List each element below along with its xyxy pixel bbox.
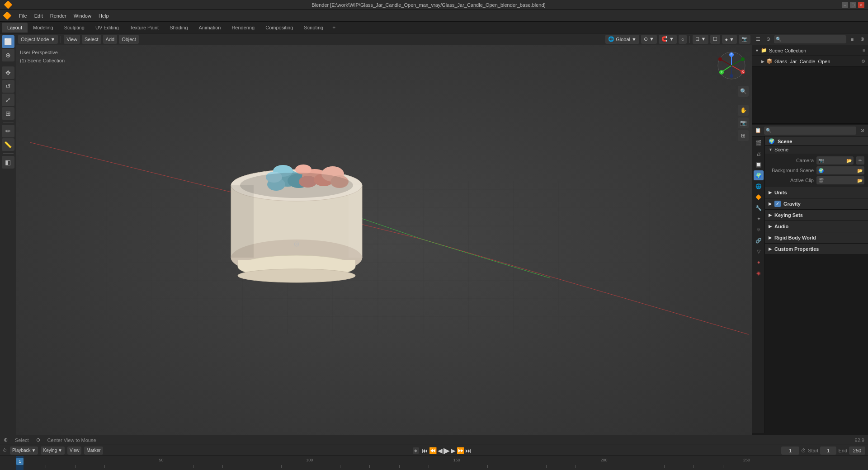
tab-animation[interactable]: Animation [193, 23, 226, 33]
camera-viewport-button[interactable]: 📷 [738, 118, 749, 128]
measure-tool-button[interactable]: 📏 [2, 138, 14, 151]
physics-props-icon[interactable]: ⚛ [754, 225, 764, 235]
current-frame-marker[interactable]: 1 [16, 458, 24, 465]
bg-scene-browse-icon[interactable]: 📂 [857, 168, 863, 173]
move-tool-button[interactable]: ✥ [2, 66, 14, 79]
gravity-checkbox[interactable]: ✓ [774, 201, 781, 207]
add-menu[interactable]: Add [103, 35, 118, 44]
tab-shading[interactable]: Shading [164, 23, 193, 33]
object-menu[interactable]: Object [119, 35, 139, 44]
outliner-search-box[interactable]: 🔍 [774, 35, 846, 43]
timeline-icon[interactable]: ⏱ [3, 448, 7, 453]
pivot-selector[interactable]: ⊙ ▼ [641, 35, 657, 44]
tab-sculpting[interactable]: Sculpting [59, 23, 90, 33]
gravity-section-header[interactable]: ▶ ✓ Gravity [765, 198, 868, 209]
active-clip-value[interactable]: 🎬 📂 [816, 176, 864, 184]
playback-menu[interactable]: Playback ▼ [10, 446, 38, 455]
start-frame-input[interactable]: 1 [820, 446, 836, 455]
select-tool-button[interactable]: ⬜ [2, 35, 14, 48]
world-props-icon[interactable]: 🌐 [754, 181, 764, 191]
output-props-icon[interactable]: 🖨 [754, 149, 764, 159]
viewport-overlays[interactable]: ⊟ ▼ [693, 35, 708, 44]
end-frame-input[interactable]: 250 [849, 446, 865, 455]
proportional-edit[interactable]: ○ [679, 35, 687, 44]
keying-menu[interactable]: Keying ▼ [41, 446, 64, 455]
close-button[interactable]: × [858, 2, 864, 8]
tab-add-button[interactable]: + [329, 23, 339, 33]
units-section-header[interactable]: ▶ Units [765, 187, 868, 198]
select-menu[interactable]: Select [82, 35, 101, 44]
add-cube-tool-button[interactable]: ◧ [2, 156, 14, 169]
bg-scene-value[interactable]: 🌍 📂 [816, 166, 864, 174]
camera-view[interactable]: 📷 [739, 35, 750, 44]
render-props-icon[interactable]: 🎬 [754, 138, 764, 148]
snap-toggle[interactable]: 🧲 ▼ [659, 35, 677, 44]
active-clip-browse-icon[interactable]: 📂 [857, 178, 863, 183]
modifier-props-icon[interactable]: 🔧 [754, 203, 764, 213]
scene-props-icon[interactable]: 🌍 [754, 170, 764, 180]
tab-scripting[interactable]: Scripting [298, 23, 329, 33]
shader-props-icon[interactable]: ◉ [754, 268, 764, 278]
object-props-icon[interactable]: 🔶 [754, 192, 764, 202]
rotate-tool-button[interactable]: ↺ [2, 80, 14, 93]
hand-tool-button[interactable]: ✋ [738, 105, 749, 116]
minimize-button[interactable]: – [842, 2, 848, 8]
props-pin-icon[interactable]: ⊙ [858, 127, 866, 135]
props-view-icon[interactable]: 📋 [754, 127, 762, 135]
mode-selector[interactable]: Object Mode ▼ [18, 35, 58, 44]
custom-properties-section-header[interactable]: ▶ Custom Properties [765, 244, 868, 254]
outliner-extra-icon[interactable]: ⊕ [858, 35, 866, 43]
camera-new-icon[interactable]: ✏ [856, 156, 864, 164]
menu-file[interactable]: File [15, 12, 31, 19]
tab-layout[interactable]: Layout [2, 23, 28, 33]
camera-prop-value[interactable]: 📷 📂 [816, 156, 854, 164]
tab-texture-paint[interactable]: Texture Paint [124, 23, 164, 33]
menu-render[interactable]: Render [47, 12, 70, 19]
menu-window[interactable]: Window [70, 12, 95, 19]
viewport-gizmo-area[interactable]: Z X Y [715, 49, 749, 83]
ortho-viewport-button[interactable]: ⊞ [738, 130, 749, 141]
constraints-props-icon[interactable]: 🔗 [754, 235, 764, 245]
timeline-view-menu[interactable]: View [67, 446, 82, 455]
current-frame-input[interactable]: 1 [781, 446, 799, 455]
tab-compositing[interactable]: Compositing [260, 23, 298, 33]
view-menu[interactable]: View [64, 35, 80, 44]
viewport-3d[interactable]: User Perspective (1) Scene Collection Z … [16, 45, 752, 444]
outliner-item-glass-jar[interactable]: ▶ 📦 Glass_Jar_Candle_Open ⚙ [752, 56, 868, 67]
xray-toggle[interactable]: ☐ [710, 35, 720, 44]
scene-sub-section-header[interactable]: ▼ Scene [765, 146, 868, 154]
view-layer-props-icon[interactable]: 🔲 [754, 160, 764, 169]
menu-edit[interactable]: Edit [31, 12, 47, 19]
outliner-pin-icon[interactable]: ⊙ [764, 35, 772, 43]
outliner-view-icon[interactable]: ☰ [754, 35, 762, 43]
audio-section-header[interactable]: ▶ Audio [765, 221, 868, 232]
prev-frame-button[interactable]: ◀ [438, 447, 443, 454]
tab-uv-editing[interactable]: UV Editing [90, 23, 124, 33]
global-transform[interactable]: 🌐 Global ▼ [605, 35, 639, 44]
jump-end-button[interactable]: ⏭ [465, 447, 472, 454]
scale-tool-button[interactable]: ⤢ [2, 94, 14, 106]
viewport-shading[interactable]: ● ▼ [722, 35, 737, 44]
particles-props-icon[interactable]: ✦ [754, 214, 764, 224]
maximize-button[interactable]: □ [850, 2, 856, 8]
rigid-body-world-section-header[interactable]: ▶ Rigid Body World [765, 232, 868, 243]
material-props-icon[interactable]: ● [754, 257, 764, 267]
outliner-collection-row[interactable]: ▼ 📁 Scene Collection ≡ [752, 45, 868, 56]
data-props-icon[interactable]: ▽ [754, 246, 764, 256]
search-viewport-button[interactable]: 🔍 [738, 86, 749, 97]
timeline-ruler[interactable]: 1 50 100 150 200 250 [0, 456, 868, 470]
cursor-tool-button[interactable]: ⊕ [2, 49, 14, 61]
tab-rendering[interactable]: Rendering [226, 23, 260, 33]
annotate-tool-button[interactable]: ✏ [2, 125, 14, 137]
next-keyframe-button[interactable]: ⏩ [457, 447, 464, 454]
jump-start-button[interactable]: ⏮ [422, 447, 428, 454]
camera-browse-icon[interactable]: 📂 [846, 158, 852, 163]
prev-keyframe-button[interactable]: ⏪ [429, 447, 437, 454]
props-search-box[interactable]: 🔍 [764, 127, 856, 135]
tab-modeling[interactable]: Modeling [28, 23, 59, 33]
navigation-gizmo[interactable]: Z X Y [715, 49, 749, 83]
outliner-filter-icon[interactable]: ≡ [848, 35, 856, 43]
menu-help[interactable]: Help [95, 12, 113, 19]
keying-sets-section-header[interactable]: ▶ Keying Sets [765, 210, 868, 221]
play-button[interactable]: ▶ [443, 446, 450, 456]
